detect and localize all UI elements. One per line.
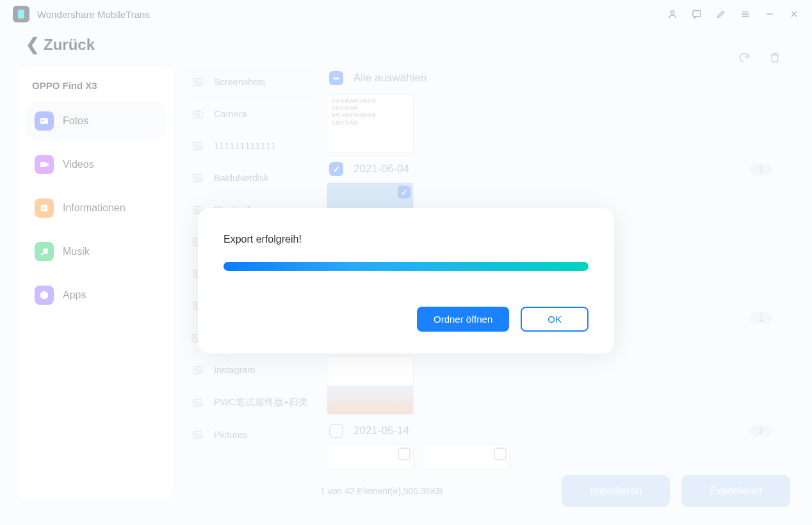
export-success-dialog: Export erfolgreih! Ordner öffnen OK	[198, 208, 614, 353]
dialog-title: Export erfolgreih!	[223, 234, 589, 245]
open-folder-button[interactable]: Ordner öffnen	[417, 307, 509, 332]
ok-button[interactable]: OK	[521, 307, 589, 332]
dialog-actions: Ordner öffnen OK	[223, 307, 589, 332]
progress-bar	[223, 262, 589, 271]
